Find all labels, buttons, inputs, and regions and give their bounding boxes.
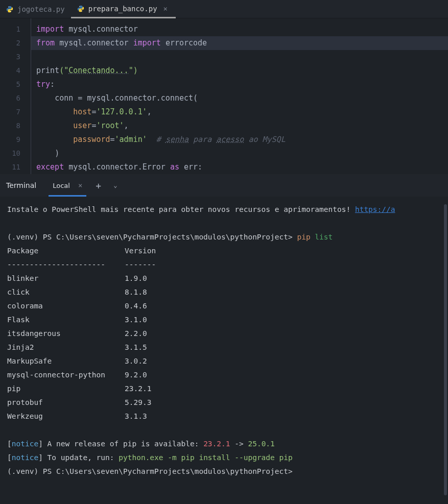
code-area[interactable]: import mysql.connector from mysql.connec… <box>31 18 448 174</box>
package-list: blinker1.9.0click8.1.8colorama0.4.6Flask… <box>7 272 441 423</box>
package-version: 2.2.0 <box>125 327 147 341</box>
code-line: except mysql.connector.Error as err: <box>36 160 448 174</box>
package-name: protobuf <box>7 396 125 410</box>
package-version: 8.1.8 <box>125 285 147 299</box>
package-row: pip23.2.1 <box>7 382 441 396</box>
package-name: click <box>7 285 125 299</box>
package-row: Werkzeug3.1.3 <box>7 410 441 423</box>
terminal-body[interactable]: Instale o PowerShell mais recente para o… <box>0 197 448 485</box>
package-version: 1.9.0 <box>125 272 147 285</box>
terminal-panel: Terminal Local × + ⌄ Instale o PowerShel… <box>0 174 448 485</box>
package-version: 3.1.5 <box>125 341 147 354</box>
code-editor[interactable]: 1 2 3 4 5 6 7 8 9 10 11 import mysql.con… <box>0 18 448 174</box>
code-line: print("Conectando...") <box>36 64 448 78</box>
tab-indicator <box>49 195 86 197</box>
line-number: 2 <box>0 36 20 50</box>
code-line: host='127.0.0.1', <box>36 105 448 119</box>
code-line <box>36 50 448 64</box>
close-icon[interactable]: × <box>161 5 170 13</box>
package-name: itsdangerous <box>7 327 125 341</box>
package-version: 23.2.1 <box>125 382 151 396</box>
scrollbar-vertical[interactable] <box>444 204 447 495</box>
tab-jogoteca[interactable]: jogoteca.py <box>0 0 71 18</box>
package-name: blinker <box>7 272 125 285</box>
close-icon[interactable]: × <box>74 181 86 189</box>
package-row: colorama0.4.6 <box>7 299 441 313</box>
package-row: protobuf5.29.3 <box>7 396 441 410</box>
package-row: mysql-connector-python9.2.0 <box>7 368 441 382</box>
tab-prepara-banco[interactable]: prepara_banco.py × <box>71 0 176 18</box>
terminal-prompt: (.venv) PS C:\Users\seven\PycharmProject… <box>7 465 441 478</box>
terminal-link[interactable]: https://a <box>355 205 395 213</box>
add-terminal-button[interactable]: + <box>90 180 106 191</box>
package-row: Jinja23.1.5 <box>7 341 441 354</box>
editor-tabs-bar: jogoteca.py prepara_banco.py × <box>0 0 448 18</box>
code-line: ) <box>36 147 448 160</box>
terminal-line <box>7 217 441 230</box>
terminal-prompt: (.venv) PS C:\Users\seven\PycharmProject… <box>7 230 441 244</box>
line-number: 6 <box>0 91 20 105</box>
terminal-line: Instale o PowerShell mais recente para o… <box>7 203 441 217</box>
package-row: itsdangerous2.2.0 <box>7 327 441 341</box>
package-name: pip <box>7 382 125 396</box>
terminal-tab-label: Local <box>49 182 74 189</box>
line-number: 1 <box>0 22 20 36</box>
package-version: 3.0.2 <box>125 354 147 368</box>
terminal-line <box>7 423 441 437</box>
line-number: 3 <box>0 50 20 64</box>
terminal-tab-local[interactable]: Local × <box>49 174 86 197</box>
line-number: 8 <box>0 119 20 133</box>
svg-point-3 <box>81 10 82 11</box>
code-line: import mysql.connector <box>36 22 448 36</box>
python-icon <box>77 5 84 12</box>
code-line: user='root', <box>36 119 448 133</box>
package-name: Jinja2 <box>7 341 125 354</box>
line-number: 5 <box>0 78 20 91</box>
line-number: 10 <box>0 147 20 160</box>
code-line-current: from mysql.connector import errorcode <box>31 36 448 50</box>
gutter: 1 2 3 4 5 6 7 8 9 10 11 <box>0 18 31 174</box>
line-number: 4 <box>0 64 20 78</box>
svg-point-0 <box>8 7 9 7</box>
code-line: conn = mysql.connector.connect( <box>36 91 448 105</box>
tab-label: prepara_banco.py <box>88 5 157 13</box>
chevron-down-icon[interactable]: ⌄ <box>110 182 120 189</box>
package-version: 5.29.3 <box>125 396 151 410</box>
line-number: 9 <box>0 133 20 147</box>
package-row: blinker1.9.0 <box>7 272 441 285</box>
python-icon <box>6 6 13 13</box>
terminal-line: ----------------------------- <box>7 258 441 272</box>
code-line: try: <box>36 78 448 91</box>
line-number: 7 <box>0 105 20 119</box>
tab-label: jogoteca.py <box>17 5 65 13</box>
terminal-line: PackageVersion <box>7 244 441 258</box>
terminal-notice: [notice] A new release of pip is availab… <box>7 437 441 451</box>
terminal-notice: [notice] To update, run: python.exe -m p… <box>7 451 441 465</box>
svg-point-2 <box>79 6 80 7</box>
package-version: 3.1.3 <box>125 410 147 423</box>
package-row: Flask3.1.0 <box>7 313 441 327</box>
line-number: 11 <box>0 160 20 174</box>
package-name: colorama <box>7 299 125 313</box>
svg-point-1 <box>11 11 11 11</box>
terminal-title: Terminal <box>6 181 44 189</box>
package-version: 9.2.0 <box>125 368 147 382</box>
package-name: mysql-connector-python <box>7 368 125 382</box>
package-row: click8.1.8 <box>7 285 441 299</box>
package-version: 3.1.0 <box>125 313 147 327</box>
package-row: MarkupSafe3.0.2 <box>7 354 441 368</box>
package-version: 0.4.6 <box>125 299 147 313</box>
package-name: Flask <box>7 313 125 327</box>
code-line: password='admin' # senha para acesso ao … <box>36 133 448 147</box>
package-name: MarkupSafe <box>7 354 125 368</box>
terminal-header: Terminal Local × + ⌄ <box>0 174 448 197</box>
package-name: Werkzeug <box>7 410 125 423</box>
